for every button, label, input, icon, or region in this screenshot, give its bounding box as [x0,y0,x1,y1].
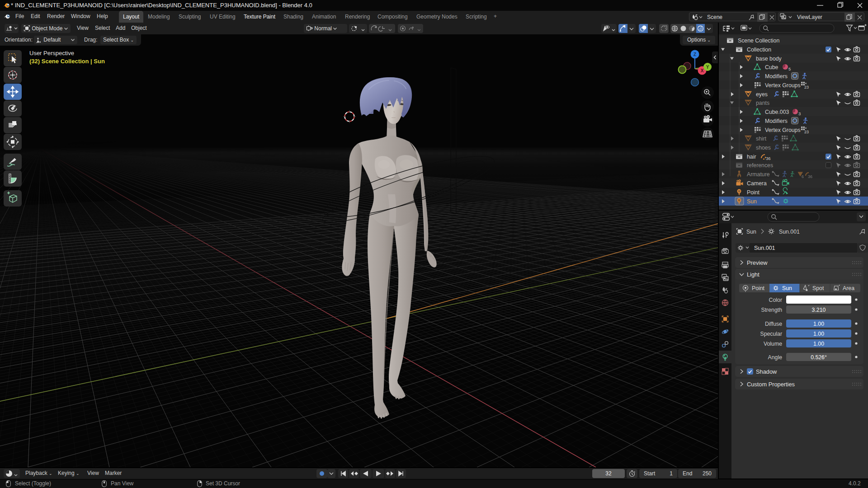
svg-text:1.00: 1.00 [813,341,824,347]
svg-text:Armature: Armature [747,171,770,178]
svg-text:pants: pants [756,100,769,106]
svg-text:0.526°: 0.526° [811,354,827,361]
svg-text:Camera: Camera [747,180,767,187]
svg-text:Cube: Cube [765,64,778,70]
svg-text:6: 6 [802,174,804,179]
svg-text:Sun.001: Sun.001 [754,245,775,251]
svg-text:36: 36 [766,156,771,161]
svg-text:Sun: Sun [746,229,756,235]
svg-text:Angle: Angle [768,354,783,361]
svg-text:Vertex Groups: Vertex Groups [765,127,801,133]
svg-text:Modifiers: Modifiers [765,73,788,80]
svg-text:Collection: Collection [747,47,771,53]
svg-text:hair: hair [747,154,756,160]
svg-text:eyes: eyes [756,91,768,98]
svg-text:Strength: Strength [761,307,783,313]
svg-text:Custom Properties: Custom Properties [747,381,795,388]
svg-text:shirt: shirt [756,136,767,142]
svg-text:Diffuse: Diffuse [765,321,782,327]
svg-text:base body: base body [756,56,782,62]
svg-text:Sun.001: Sun.001 [779,229,800,235]
svg-text:Preview: Preview [747,259,768,266]
svg-text:references: references [747,162,773,169]
svg-text:Shadow: Shadow [756,368,777,375]
svg-text:Y: Y [706,65,709,70]
svg-text:X: X [701,68,704,73]
svg-text:Area: Area [843,285,854,291]
svg-text:1.00: 1.00 [813,331,824,337]
svg-text:Sun: Sun [782,285,792,291]
svg-text:Point: Point [752,285,765,291]
svg-text:shoes: shoes [756,145,771,151]
svg-text:Sun: Sun [747,198,757,205]
svg-text:Light: Light [747,271,760,278]
svg-text:5: 5 [788,66,791,71]
svg-text:3.210: 3.210 [812,307,826,313]
svg-text:23: 23 [804,85,809,89]
svg-text:Spot: Spot [812,285,824,291]
svg-text:Modifiers: Modifiers [765,118,788,124]
svg-text:36: 36 [808,174,812,179]
svg-text:Color: Color [769,297,782,303]
svg-text:23: 23 [804,130,809,134]
svg-text:Scene Collection: Scene Collection [738,38,779,44]
svg-text:Point: Point [747,189,760,196]
svg-text:1.00: 1.00 [813,321,824,327]
svg-text:Z: Z [693,52,696,57]
svg-text:Cube.003: Cube.003 [765,109,789,115]
svg-text:3: 3 [798,111,801,116]
svg-text:Specular: Specular [760,331,782,337]
svg-text:Vertex Groups: Vertex Groups [765,82,801,89]
svg-text:Volume: Volume [764,341,782,347]
